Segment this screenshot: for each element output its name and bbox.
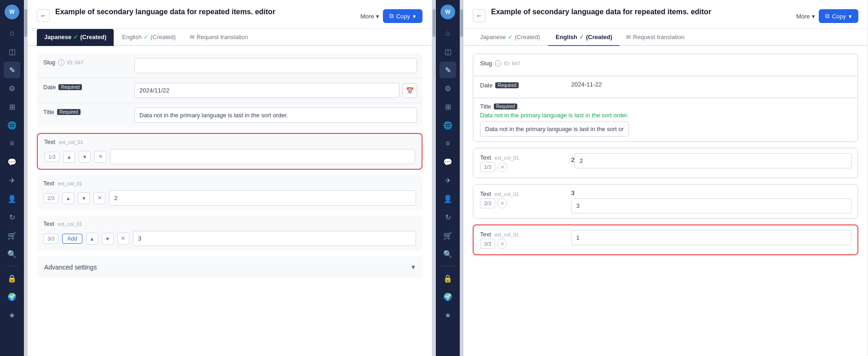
left-japanese-label: Japanese [44,34,71,40]
left-up-button-2[interactable]: ▲ [62,192,74,204]
left-text-input-2[interactable] [109,190,416,206]
left-slug-input[interactable] [134,58,417,73]
left-scroll[interactable] [24,0,28,356]
right-title-required-badge: Required [494,103,517,109]
right-text-input-1[interactable] [574,153,852,168]
sidebar-icon-globe[interactable]: 🌐 [4,117,20,133]
sidebar-icon-star[interactable]: ★ [4,307,20,323]
right-text-static-2: 3 [571,189,574,196]
sidebar-icon-lock[interactable]: 🔒 [4,270,20,287]
right-sidebar-icon-image[interactable]: ⊞ [440,98,456,115]
left-copy-button[interactable]: ⧉ Copy ▾ [383,9,422,23]
sidebar-icon-cart[interactable]: 🛒 [4,227,20,244]
left-tab-english[interactable]: English ✓ (Created) [115,29,183,46]
left-back-button[interactable]: ← [37,9,50,22]
right-panel-content: Slug i ID: 847 Date Required 2024-11-22 [463,46,868,356]
right-text-input-2[interactable] [571,198,852,213]
left-request-translation-label: Request translation [197,34,248,40]
right-sidebar-icon-user[interactable]: 👤 [440,190,456,207]
sidebar-icon-user[interactable]: 👤 [4,190,20,207]
left-delete-button-2[interactable]: ✕ [93,192,105,204]
left-delete-button-1[interactable]: ✕ [94,151,106,163]
left-down-button-1[interactable]: ▼ [79,151,91,163]
left-slug-row: Slug i ID: 847 [37,53,422,78]
left-title-row: Title Required [37,103,422,127]
right-sidebar-icon-database[interactable]: ◫ [440,43,456,60]
right-request-translation[interactable]: ✉ Request translation [620,29,690,45]
sidebar-icon-gear[interactable]: ⚙ [4,80,20,97]
left-request-translation[interactable]: ✉ Request translation [184,29,254,45]
sidebar-icon-layers[interactable]: ≡ [4,135,20,152]
left-text-input-1[interactable] [110,149,415,164]
right-delete-button-3[interactable]: ✕ [497,239,507,249]
avatar[interactable]: W [5,5,19,19]
left-slug-info-icon[interactable]: i [58,59,64,66]
sidebar-icon-edit[interactable]: ✎ [4,62,20,78]
right-sidebar-icon-cart[interactable]: 🛒 [440,227,456,244]
right-panel: ← Example of secondary language data for… [463,0,868,356]
right-sidebar-icon-home[interactable]: ⌂ [440,25,456,41]
left-title-input[interactable] [134,108,417,123]
right-text-counter-row-3: 3/3 ✕ [480,239,507,249]
left-up-button-3[interactable]: ▲ [86,233,98,245]
right-copy-button[interactable]: ⧉ Copy ▾ [819,9,858,23]
right-japanese-check-icon: ✓ [508,34,513,40]
right-sidebar-icon-star[interactable]: ★ [440,307,456,323]
right-tab-japanese[interactable]: Japanese ✓ (Created) [473,29,547,46]
left-text-input-3[interactable] [133,231,416,246]
right-sidebar-icon-refresh[interactable]: ↻ [440,209,456,225]
right-delete-button-1[interactable]: ✕ [497,162,507,172]
middle-scroll-thumb[interactable] [433,9,435,37]
right-sidebar-icon-layers[interactable]: ≡ [440,135,456,152]
sidebar-icon-globe2[interactable]: 🌍 [4,288,20,305]
left-more-button[interactable]: More ▾ [360,13,379,20]
right-title-label: Title Required [480,103,572,110]
right-sidebar-icon-chat[interactable]: 💬 [440,154,456,170]
left-slug-text: Slug [43,59,55,66]
right-slug-info-icon[interactable]: i [495,60,501,67]
right-avatar[interactable]: W [440,5,455,19]
left-text-section-1: Text ext_col_01 1/3 ▲ ▼ ✕ [37,133,422,170]
left-text-col-2: ext_col_01 [58,181,82,186]
left-copy-icon: ⧉ [389,12,393,20]
left-calendar-button[interactable]: 📅 [402,83,417,98]
left-scroll-thumb[interactable] [24,9,27,37]
sidebar-icon-send[interactable]: ✈ [4,172,20,189]
middle-scroll[interactable] [432,0,436,356]
left-delete-button-3[interactable]: ✕ [117,233,129,245]
left-advanced-section[interactable]: Advanced settings ▾ [37,256,422,278]
left-tab-japanese[interactable]: Japanese ✓ (Created) [37,29,114,46]
sidebar-icon-chat[interactable]: 💬 [4,154,20,170]
right-text-label-1: Text ext_col_01 1/3 ✕ [474,149,566,178]
right-sidebar-icon-globe[interactable]: 🌐 [440,117,456,133]
right-sidebar-icon-search[interactable]: 🔍 [440,246,456,262]
right-delete-button-2[interactable]: ✕ [497,198,507,208]
right-back-button[interactable]: ← [473,9,486,22]
sidebar-icon-home[interactable]: ⌂ [4,25,20,41]
right-sidebar-icon-lock[interactable]: 🔒 [440,270,456,287]
sidebar-icon-refresh[interactable]: ↻ [4,209,20,225]
right-more-button[interactable]: More ▾ [796,13,815,20]
right-japanese-status: (Created) [515,34,540,40]
right-scroll[interactable] [460,0,463,356]
left-down-button-3[interactable]: ▼ [102,233,114,245]
right-tab-english[interactable]: English ✓ (Created) [548,29,619,46]
right-sidebar-icon-globe2[interactable]: 🌍 [440,288,456,305]
left-add-button[interactable]: Add [62,234,82,244]
right-sidebar-icon-edit[interactable]: ✎ [440,62,456,78]
left-down-button-2[interactable]: ▼ [78,192,90,204]
right-scroll-thumb[interactable] [460,9,463,37]
right-title-input[interactable] [480,121,629,137]
right-sidebar-icon-gear[interactable]: ⚙ [440,80,456,97]
left-panel-title: Example of secondary language data for r… [55,7,355,17]
sidebar-icon-database[interactable]: ◫ [4,43,20,60]
sidebar-icon-image[interactable]: ⊞ [4,98,20,115]
right-panel-header: ← Example of secondary language data for… [463,0,868,29]
left-up-button-1[interactable]: ▲ [63,151,75,163]
left-more-chevron-icon: ▾ [376,13,379,20]
left-date-value: 📅 [129,78,422,103]
right-sidebar-icon-send[interactable]: ✈ [440,172,456,189]
right-text-input-3[interactable] [571,230,852,245]
left-date-input[interactable] [134,83,399,98]
sidebar-icon-search[interactable]: 🔍 [4,246,20,262]
